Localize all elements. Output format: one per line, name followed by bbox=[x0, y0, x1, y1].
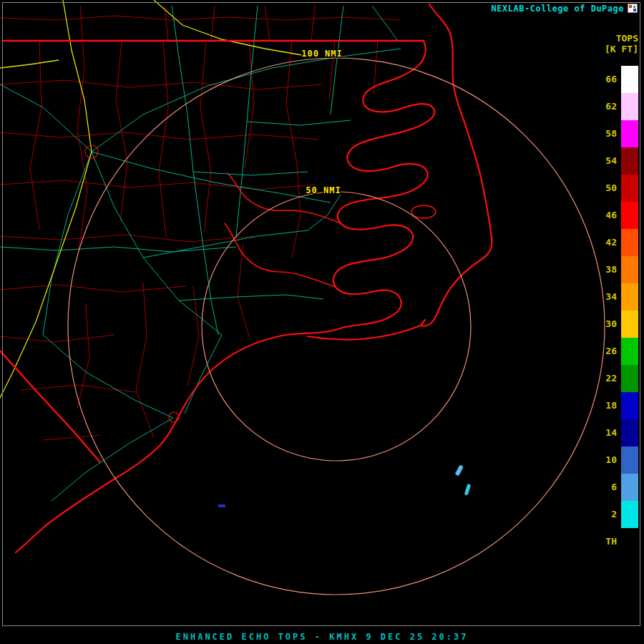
legend-value-label: 34 bbox=[591, 283, 617, 311]
state-borders bbox=[0, 41, 424, 462]
legend-value-label: 30 bbox=[591, 311, 617, 338]
range-ring-label-50: 50 NMI bbox=[306, 185, 341, 195]
legend-row: 42 bbox=[591, 229, 638, 256]
highways bbox=[0, 0, 306, 398]
legend-value-label: 46 bbox=[591, 202, 617, 229]
range-rings bbox=[68, 58, 605, 595]
outer-banks bbox=[421, 4, 492, 326]
echo-cell-1 bbox=[455, 464, 464, 476]
legend-value-label: 14 bbox=[591, 419, 617, 447]
legend-color-swatch bbox=[621, 175, 638, 202]
legend-title: TOPS bbox=[605, 33, 638, 44]
legend-value-label: 22 bbox=[591, 365, 617, 392]
legend-row: 58 bbox=[591, 120, 638, 147]
legend-row: 2 bbox=[591, 501, 638, 528]
brand-text: NEXLAB-College of DuPage bbox=[492, 4, 624, 14]
legend-value-label: 58 bbox=[591, 120, 617, 147]
legend-color-swatch bbox=[621, 365, 638, 392]
legend-value-label: 2 bbox=[591, 501, 617, 528]
legend-header: TOPS [K FT] bbox=[605, 33, 638, 54]
lake-outline bbox=[411, 205, 436, 218]
radar-echoes bbox=[218, 464, 471, 507]
legend-units: [K FT] bbox=[605, 44, 638, 54]
coastline bbox=[16, 4, 492, 552]
legend-value-label: 18 bbox=[591, 392, 617, 419]
legend-value-label: 50 bbox=[591, 175, 617, 202]
legend-row: 10 bbox=[591, 447, 638, 474]
pamlico-river bbox=[228, 173, 341, 223]
legend-color-swatch bbox=[621, 93, 638, 120]
legend-color-swatch bbox=[621, 474, 638, 501]
legend-value-label: 26 bbox=[591, 338, 617, 365]
status-caption: ENHANCED ECHO TOPS - KMHX 9 DEC 25 20:37 bbox=[0, 632, 644, 642]
legend-color-swatch bbox=[621, 120, 638, 147]
range-ring-label-100: 100 NMI bbox=[301, 49, 343, 59]
legend-color-swatch bbox=[621, 283, 638, 311]
legend-row: 54 bbox=[591, 147, 638, 175]
legend-row: 62 bbox=[591, 93, 638, 120]
legend-color-swatch bbox=[621, 338, 638, 365]
legend-row: 38 bbox=[591, 256, 638, 283]
legend-value-label: 6 bbox=[591, 474, 617, 501]
logo-mark-green bbox=[633, 6, 635, 8]
legend-value-label: 38 bbox=[591, 256, 617, 283]
legend-color-swatch bbox=[621, 392, 638, 419]
legend-value-label: 54 bbox=[591, 147, 617, 175]
legend-color-swatch bbox=[621, 66, 638, 93]
legend-row: 46 bbox=[591, 202, 638, 229]
legend-color-swatch bbox=[621, 419, 638, 447]
legend-row: 22 bbox=[591, 365, 638, 392]
legend-color-scale: 66625854504642383430262218141062TH bbox=[591, 66, 638, 555]
echo-cell-2 bbox=[464, 484, 472, 496]
legend-row: 18 bbox=[591, 392, 638, 419]
legend-value-label: 10 bbox=[591, 447, 617, 474]
legend-color-swatch bbox=[621, 447, 638, 474]
legend-row: 66 bbox=[591, 66, 638, 93]
logo-mark-red bbox=[629, 5, 632, 8]
cod-logo-icon bbox=[628, 4, 638, 13]
radar-map: 100 NMI 50 NMI bbox=[0, 0, 644, 628]
legend-row: 6 bbox=[591, 474, 638, 501]
neuse-river bbox=[225, 223, 336, 287]
legend-value-label: TH bbox=[591, 528, 617, 555]
legend-color-swatch bbox=[621, 256, 638, 283]
legend-row: TH bbox=[591, 528, 638, 555]
legend-value-label: 62 bbox=[591, 93, 617, 120]
legend-value-label: 66 bbox=[591, 66, 617, 93]
legend-color-swatch bbox=[621, 147, 638, 175]
legend-color-swatch bbox=[621, 202, 638, 229]
legend-color-swatch bbox=[621, 229, 638, 256]
legend-row: 50 bbox=[591, 175, 638, 202]
range-ring-100nmi bbox=[68, 58, 605, 595]
legend-color-swatch bbox=[621, 528, 638, 555]
legend-row: 26 bbox=[591, 338, 638, 365]
legend-color-swatch bbox=[621, 501, 638, 528]
echo-cell-3 bbox=[218, 504, 225, 507]
legend-row: 30 bbox=[591, 311, 638, 338]
range-ring-50nmi bbox=[202, 192, 471, 461]
legend-row: 14 bbox=[591, 419, 638, 447]
logo-mark-blue bbox=[633, 9, 636, 11]
radar-display: 100 NMI 50 NMI NEXLAB-College of DuPage … bbox=[0, 0, 644, 644]
legend-value-label: 42 bbox=[591, 229, 617, 256]
legend-row: 34 bbox=[591, 283, 638, 311]
legend-color-swatch bbox=[621, 311, 638, 338]
